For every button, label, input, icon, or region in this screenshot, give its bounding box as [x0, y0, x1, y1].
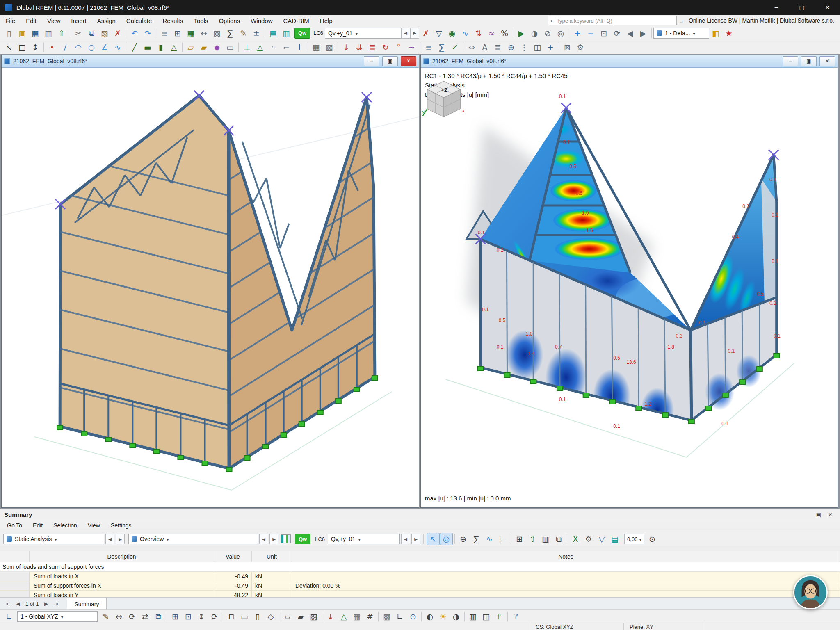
export-graphic-icon[interactable]: ⇧: [493, 610, 506, 623]
animation-icon[interactable]: ▶: [515, 27, 528, 39]
summary-menu-goto[interactable]: Go To: [2, 520, 27, 531]
eccentricity-icon[interactable]: ⌐: [280, 41, 293, 53]
surface-icon[interactable]: ▱: [184, 41, 197, 53]
new-model-icon[interactable]: ▯: [2, 27, 16, 39]
view-front-icon[interactable]: ▭: [238, 610, 251, 623]
deformations-icon[interactable]: ∿: [459, 27, 472, 39]
previous-table-button[interactable]: [259, 534, 268, 544]
summary-panel-header[interactable]: Summary ▣ ✕: [0, 509, 840, 520]
nodal-load-icon[interactable]: ↓: [340, 41, 353, 53]
load-wizard-button[interactable]: Qw: [295, 534, 310, 544]
view-side-icon[interactable]: ▯: [251, 610, 264, 623]
internal-forces-icon[interactable]: ⇅: [472, 27, 485, 39]
dimensions-icon[interactable]: ⇔: [465, 41, 478, 53]
mesh-icon[interactable]: ▦: [310, 41, 323, 53]
view-top-icon[interactable]: ⊓: [225, 610, 238, 623]
lock-icon[interactable]: ⊠: [561, 41, 574, 53]
tab-summary[interactable]: Summary: [67, 598, 107, 610]
section-icon[interactable]: ⊘: [541, 27, 554, 39]
summary-menu-edit[interactable]: Edit: [27, 520, 48, 531]
notes-icon[interactable]: ✎: [237, 27, 250, 39]
combinations-icon[interactable]: ∑: [435, 41, 448, 53]
arc-icon[interactable]: ◠: [72, 41, 85, 53]
pick-table-icon[interactable]: ◎: [440, 533, 453, 545]
summary-menu-settings[interactable]: Settings: [105, 520, 137, 531]
paste-icon[interactable]: ▧: [98, 27, 111, 39]
print-graphic-icon[interactable]: ▥: [466, 610, 479, 623]
help-icon[interactable]: ?: [509, 610, 523, 623]
previous-tab-button[interactable]: ◀: [13, 599, 23, 609]
guidelines-icon[interactable]: ⋮: [518, 41, 531, 53]
select-icon[interactable]: ↖: [2, 41, 16, 53]
overview-combo[interactable]: Overview: [128, 534, 258, 544]
spline-icon[interactable]: ∿: [111, 41, 124, 53]
background-icon[interactable]: ◐: [423, 610, 436, 623]
rotate-icon[interactable]: ⟳: [126, 610, 139, 623]
previous-analysis-button[interactable]: [105, 534, 114, 544]
menu-window[interactable]: Window: [245, 15, 278, 26]
zoom-all-icon[interactable]: ⊡: [182, 610, 195, 623]
col-description[interactable]: Description: [30, 551, 214, 562]
undo-icon[interactable]: ↶: [128, 27, 141, 39]
maximize-button[interactable]: ▢: [789, 0, 815, 15]
result-diagram-icon[interactable]: ∿: [483, 533, 496, 545]
orbit-icon[interactable]: ⟳: [208, 610, 221, 623]
show-supports-icon[interactable]: △: [337, 610, 350, 623]
close-button[interactable]: ✕: [815, 0, 840, 15]
pick-results-icon[interactable]: ↖: [427, 533, 440, 545]
table-settings-icon[interactable]: ⚙: [582, 533, 595, 545]
child-minimize-button[interactable]: ─: [783, 56, 798, 66]
wireframe-icon[interactable]: ▱: [281, 610, 294, 623]
menu-help[interactable]: Help: [315, 15, 338, 26]
copy-icon[interactable]: ⧉: [85, 27, 98, 39]
summary-menu-selection[interactable]: Selection: [48, 520, 82, 531]
menu-edit[interactable]: Edit: [21, 15, 42, 26]
menu-options[interactable]: Options: [213, 15, 245, 26]
tree-view-icon[interactable]: ⊢: [496, 533, 509, 545]
filter-icon[interactable]: ▽: [432, 27, 445, 39]
menu-insert[interactable]: Insert: [66, 15, 92, 26]
layers-icon[interactable]: ≣: [491, 41, 504, 53]
move-icon[interactable]: ↔: [112, 610, 126, 623]
zoom-fit-icon[interactable]: ⊡: [597, 27, 610, 39]
screenshot-icon[interactable]: ◫: [479, 610, 493, 623]
calculate-icon[interactable]: ±: [250, 27, 263, 39]
sum-icon[interactable]: ∑: [224, 27, 237, 39]
menu-calculate[interactable]: Calculate: [121, 15, 158, 26]
export-icon[interactable]: ⇧: [55, 27, 68, 39]
select-window-icon[interactable]: □: [16, 41, 29, 53]
model-viewport-left[interactable]: [2, 68, 419, 507]
menu-view[interactable]: View: [42, 15, 66, 26]
minimize-button[interactable]: ─: [764, 0, 789, 15]
menu-assign[interactable]: Assign: [92, 15, 121, 26]
imperfection-icon[interactable]: ~: [405, 41, 418, 53]
pan-view-icon[interactable]: ↕: [195, 610, 208, 623]
zoom-window-icon[interactable]: ⊞: [169, 610, 182, 623]
support-hinged-icon[interactable]: △: [253, 41, 267, 53]
cross-section-icon[interactable]: I: [293, 41, 306, 53]
result-palette-icon[interactable]: [281, 534, 291, 543]
coordinate-system-icon[interactable]: +: [544, 41, 557, 53]
circle-icon[interactable]: ○: [85, 41, 98, 53]
decimal-places-display[interactable]: 0,00: [624, 534, 644, 544]
navigation-cube[interactable]: +Z x y: [421, 78, 467, 123]
delete-loadcase-icon[interactable]: ✗: [419, 27, 432, 39]
measure-icon[interactable]: ↔: [197, 27, 210, 39]
load-wizard-button[interactable]: Qw: [294, 28, 310, 39]
visibility-icon[interactable]: ◎: [554, 27, 567, 39]
search-settings-icon[interactable]: ≡: [679, 17, 683, 24]
beam-icon[interactable]: ▬: [141, 41, 154, 53]
pan-icon[interactable]: ↕: [29, 41, 42, 53]
next-table-button[interactable]: [269, 534, 278, 544]
next-analysis-button[interactable]: [116, 534, 125, 544]
navigator-icon[interactable]: ≡: [158, 27, 171, 39]
polyline-icon[interactable]: ∠: [98, 41, 111, 53]
show-loads-icon[interactable]: ↓: [324, 610, 337, 623]
result-values-icon[interactable]: %: [498, 27, 511, 39]
summary-menu-view[interactable]: View: [82, 520, 105, 531]
stresses-icon[interactable]: ≈: [485, 27, 498, 39]
col-unit[interactable]: Unit: [252, 551, 292, 562]
spreadsheet-icon[interactable]: ▦: [184, 27, 197, 39]
object-snap-icon[interactable]: ⊕: [504, 41, 518, 53]
probe-icon[interactable]: ⊕: [457, 533, 470, 545]
